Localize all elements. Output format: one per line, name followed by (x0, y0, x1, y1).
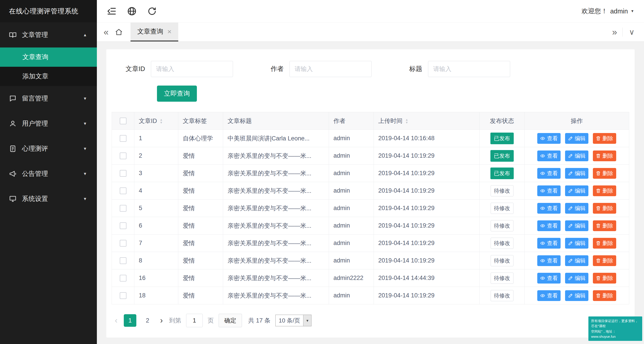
refresh-icon[interactable] (147, 6, 157, 16)
view-icon (540, 293, 545, 298)
edit-button[interactable]: 编辑 (565, 238, 588, 249)
delete-button[interactable]: 删除 (593, 238, 616, 249)
row-checkbox[interactable] (120, 135, 126, 142)
delete-button[interactable]: 删除 (593, 255, 616, 266)
delete-button[interactable]: 删除 (593, 133, 616, 144)
view-button[interactable]: 查看 (537, 151, 560, 161)
view-button[interactable]: 查看 (537, 133, 560, 144)
edit-button[interactable]: 编辑 (565, 133, 588, 144)
page-2-button[interactable]: 2 (141, 314, 154, 327)
sidebar-menu: 文章管理 ▲ 文章查询 添加文章 留言管理 ▼ 用户管理 ▼ 心理测评 ▼ (0, 22, 97, 211)
status-badge: 已发布 (490, 150, 514, 162)
edit-button[interactable]: 编辑 (565, 203, 588, 214)
row-checkbox[interactable] (120, 153, 126, 159)
prev-page-icon[interactable]: ‹ (114, 316, 119, 325)
edit-button[interactable]: 编辑 (565, 273, 588, 284)
cell-article-id: 3 (134, 165, 178, 182)
status-badge: 待修改 (490, 185, 514, 196)
delete-button[interactable]: 删除 (593, 290, 616, 301)
page-1-button[interactable]: 1 (124, 314, 136, 327)
sidebar-item-article-query[interactable]: 文章查询 (0, 47, 97, 67)
delete-button[interactable]: 删除 (593, 203, 616, 214)
next-page-icon[interactable]: › (159, 316, 164, 325)
title-input[interactable] (428, 61, 510, 77)
cell-author: admin (329, 287, 374, 304)
cell-article-id: 8 (134, 252, 178, 269)
cell-time: 2019-04-14 10:19:29 (374, 182, 480, 199)
edit-button[interactable]: 编辑 (565, 290, 588, 301)
view-button[interactable]: 查看 (537, 185, 560, 196)
sort-icon[interactable]: ▲▼ (160, 118, 163, 124)
row-checkbox[interactable] (120, 257, 126, 264)
goto-label: 到第 (169, 317, 181, 325)
sidebar-item-psych-test[interactable]: 心理测评 ▼ (0, 136, 97, 161)
view-button[interactable]: 查看 (537, 255, 560, 266)
sidebar-item-user-mgmt[interactable]: 用户管理 ▼ (0, 111, 97, 136)
article-id-input[interactable] (151, 61, 233, 77)
view-button[interactable]: 查看 (537, 290, 560, 301)
edit-button[interactable]: 编辑 (565, 168, 588, 179)
edit-button[interactable]: 编辑 (565, 220, 588, 231)
document-icon (9, 145, 16, 153)
close-icon[interactable]: × (167, 27, 172, 36)
watermark-line-1: 所有项目保证运行，更多资料，尽在"课程 (591, 318, 640, 329)
edit-icon (568, 293, 573, 298)
cell-tag: 自体心理学 (178, 130, 223, 147)
edit-button[interactable]: 编辑 (565, 151, 588, 161)
scroll-tabs-right-icon[interactable]: » (609, 27, 620, 37)
goto-page-input[interactable] (186, 314, 203, 327)
search-form: 文章ID 作者 标题 立即查询 (112, 56, 629, 103)
home-icon[interactable] (115, 28, 123, 36)
globe-icon[interactable] (127, 6, 137, 16)
delete-button[interactable]: 删除 (593, 273, 616, 284)
caret-up-icon: ▲ (83, 33, 87, 37)
row-checkbox[interactable] (120, 222, 126, 229)
view-button[interactable]: 查看 (537, 238, 560, 249)
edit-button[interactable]: 编辑 (565, 255, 588, 266)
view-button[interactable]: 查看 (537, 168, 560, 179)
edit-button[interactable]: 编辑 (565, 185, 588, 196)
sidebar-item-message-mgmt[interactable]: 留言管理 ▼ (0, 86, 97, 111)
view-button[interactable]: 查看 (537, 220, 560, 231)
delete-button[interactable]: 删除 (593, 168, 616, 179)
header-article-id: 文章ID▲▼ (134, 112, 178, 130)
sort-icon[interactable]: ▲▼ (405, 118, 408, 124)
view-button[interactable]: 查看 (537, 273, 560, 284)
trash-icon (596, 206, 601, 211)
confirm-button[interactable]: 确定 (219, 314, 242, 327)
page-size-select[interactable]: 10 条/页 ▼ (275, 315, 312, 326)
sidebar-item-label: 心理测评 (22, 144, 48, 153)
view-button[interactable]: 查看 (537, 203, 560, 214)
sidebar-item-article-mgmt[interactable]: 文章管理 ▲ (0, 22, 97, 47)
row-checkbox[interactable] (120, 205, 126, 212)
main-area: 欢迎您！admin ▼ « 文章查询 × » ∨ 文章ID (97, 0, 644, 344)
tab-article-query[interactable]: 文章查询 × (130, 23, 178, 41)
trash-icon (596, 223, 601, 228)
table-row: 1 自体心理学 中美班晨间演讲|Carla Leone... admin 201… (112, 130, 629, 147)
sidebar-item-article-add[interactable]: 添加文章 (0, 67, 97, 86)
cell-time: 2019-04-14 10:19:29 (374, 199, 480, 217)
row-checkbox[interactable] (120, 170, 126, 177)
trash-icon (596, 188, 601, 193)
header-title: 文章标题 (223, 112, 329, 130)
user-menu[interactable]: 欢迎您！admin ▼ (582, 7, 634, 16)
author-input[interactable] (290, 61, 372, 77)
row-checkbox[interactable] (120, 240, 126, 247)
sidebar-item-announcement-mgmt[interactable]: 公告管理 ▼ (0, 161, 97, 186)
select-all-checkbox[interactable] (120, 118, 126, 124)
collapse-sidebar-icon[interactable] (107, 6, 116, 16)
sidebar-item-system-settings[interactable]: 系统设置 ▼ (0, 186, 97, 211)
row-checkbox[interactable] (120, 292, 126, 299)
row-checkbox[interactable] (120, 275, 126, 282)
delete-button[interactable]: 删除 (593, 185, 616, 196)
tab-options-icon[interactable]: ∨ (622, 27, 638, 36)
query-button[interactable]: 立即查询 (157, 86, 197, 102)
watermark: 所有项目保证运行，更多资料，尽在"课程 空间站"，地址：www.shuyue.f… (588, 317, 642, 341)
cell-tag: 爱情 (178, 269, 223, 287)
delete-button[interactable]: 删除 (593, 151, 616, 161)
row-checkbox[interactable] (120, 187, 126, 194)
delete-button[interactable]: 删除 (593, 220, 616, 231)
scroll-tabs-left-icon[interactable]: « (100, 27, 112, 37)
status-badge: 待修改 (490, 273, 514, 284)
username: admin (610, 8, 628, 15)
